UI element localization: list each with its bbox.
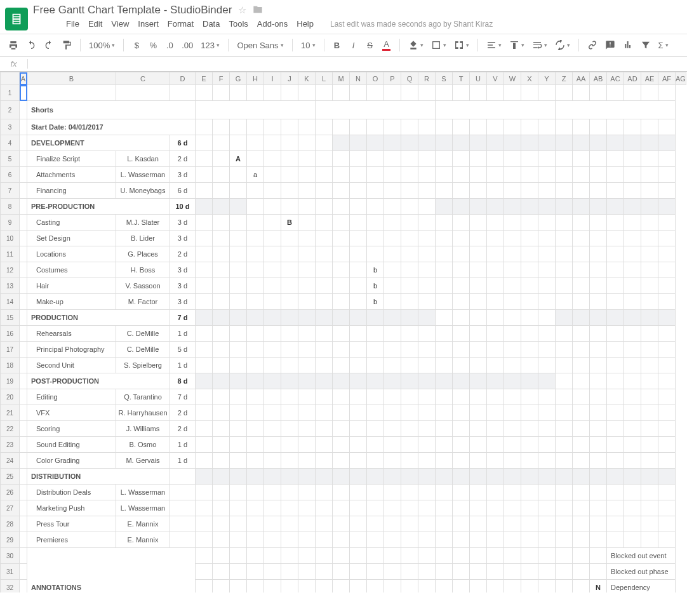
task-duration[interactable] — [170, 516, 196, 532]
gantt-cell[interactable] — [521, 342, 538, 358]
task-name[interactable]: Sound Editing — [27, 437, 116, 453]
spreadsheet-grid[interactable]: ABCDEFGHIJKLMNOPQRSTUVWXYZAAABACADAEAFAG… — [0, 72, 687, 593]
task-duration[interactable]: 3 d — [170, 167, 196, 183]
col-header-J[interactable]: J — [281, 72, 298, 85]
col-header-AG[interactable]: AG — [676, 72, 686, 85]
day-header[interactable]: T — [453, 119, 470, 135]
format-currency[interactable]: $ — [130, 38, 143, 52]
col-header-M[interactable]: M — [333, 72, 350, 85]
phase-cell[interactable] — [521, 135, 538, 151]
filter-button[interactable] — [639, 38, 653, 52]
week-header[interactable]: WEEK 3 — [436, 101, 556, 119]
document-title[interactable]: Free Gantt Chart Template - StudioBinder — [33, 4, 232, 17]
gantt-cell[interactable] — [230, 183, 247, 199]
phase-cell[interactable] — [298, 469, 316, 485]
row-header-27[interactable]: 27 — [1, 500, 20, 516]
phase-cell[interactable] — [230, 469, 247, 485]
phase-cell[interactable] — [367, 373, 384, 389]
phase-cell[interactable] — [538, 199, 556, 215]
col-header-AA[interactable]: AA — [573, 72, 590, 85]
phase-cell[interactable] — [264, 199, 281, 215]
wrap-button[interactable] — [530, 38, 549, 52]
task-owner[interactable]: M.J. Slater — [116, 215, 170, 231]
row-header-32[interactable]: 32 — [1, 580, 20, 593]
task-owner[interactable]: C. DeMille — [116, 326, 170, 342]
phase-cell[interactable] — [367, 199, 384, 215]
gantt-cell[interactable] — [658, 421, 676, 437]
row-header-8[interactable]: 8 — [1, 199, 20, 215]
task-name[interactable]: Attachments — [27, 167, 116, 183]
format-percent[interactable]: % — [147, 38, 159, 52]
phase-cell[interactable] — [333, 135, 350, 151]
gantt-cell[interactable]: b — [367, 262, 384, 278]
phase-cell[interactable] — [624, 310, 641, 326]
phase-cell[interactable] — [401, 135, 418, 151]
phase-cell[interactable] — [453, 469, 470, 485]
gantt-cell[interactable] — [470, 342, 487, 358]
task-duration[interactable]: 1 d — [170, 453, 196, 469]
phase-cell[interactable] — [350, 373, 367, 389]
phase-cell[interactable] — [521, 310, 538, 326]
gantt-cell[interactable]: A — [230, 151, 247, 167]
phase-cell[interactable] — [573, 373, 590, 389]
gantt-cell[interactable] — [658, 453, 676, 469]
col-header-N[interactable]: N — [350, 72, 367, 85]
phase-cell[interactable] — [196, 135, 213, 151]
gantt-cell[interactable]: b — [367, 278, 384, 294]
day-header[interactable]: M — [196, 119, 213, 135]
phase-cell[interactable] — [453, 199, 470, 215]
phase-cell[interactable] — [436, 469, 453, 485]
row-header-9[interactable]: 9 — [1, 215, 20, 231]
gantt-cell[interactable] — [247, 215, 264, 231]
phase-cell[interactable] — [624, 373, 641, 389]
phase-cell[interactable] — [470, 373, 487, 389]
day-header[interactable]: T — [573, 119, 590, 135]
phase-cell[interactable] — [384, 310, 401, 326]
phase-cell[interactable] — [316, 135, 333, 151]
gantt-cell[interactable] — [607, 389, 624, 405]
phase-cell[interactable] — [436, 135, 453, 151]
phase-cell[interactable] — [316, 373, 333, 389]
day-header[interactable]: W — [470, 119, 487, 135]
task-owner[interactable]: B. Osmo — [116, 437, 170, 453]
phase-cell[interactable] — [350, 469, 367, 485]
phase-cell[interactable] — [436, 310, 453, 326]
phase-cell[interactable] — [384, 199, 401, 215]
section-header[interactable]: DEVELOPMENT — [27, 135, 170, 151]
phase-cell[interactable] — [521, 199, 538, 215]
row-header-2[interactable]: 2 — [1, 101, 20, 119]
gantt-cell[interactable] — [264, 183, 281, 199]
gantt-cell[interactable] — [487, 342, 504, 358]
phase-cell[interactable] — [436, 199, 453, 215]
phase-cell[interactable] — [590, 469, 607, 485]
halign-button[interactable] — [484, 38, 504, 52]
task-name[interactable]: Principal Photography — [27, 342, 116, 358]
col-header-AF[interactable]: AF — [658, 72, 676, 85]
phase-cell[interactable] — [556, 135, 573, 151]
phase-cell[interactable] — [316, 469, 333, 485]
valign-button[interactable] — [507, 38, 526, 52]
task-owner[interactable]: M. Factor — [116, 294, 170, 310]
phase-cell[interactable] — [504, 310, 521, 326]
phase-cell[interactable] — [487, 373, 504, 389]
link-button[interactable] — [585, 38, 599, 52]
phase-cell[interactable] — [453, 135, 470, 151]
day-header[interactable]: W — [590, 119, 607, 135]
task-owner[interactable]: V. Sassoon — [116, 278, 170, 294]
chart-button[interactable] — [621, 38, 635, 52]
menu-file[interactable]: File — [66, 19, 79, 29]
gantt-cell[interactable] — [384, 278, 401, 294]
row-header-18[interactable]: 18 — [1, 358, 20, 373]
row-header-28[interactable]: 28 — [1, 516, 20, 532]
gantt-cell[interactable] — [333, 246, 350, 262]
phase-cell[interactable] — [264, 135, 281, 151]
col-header-C[interactable]: C — [116, 72, 170, 85]
phase-cell[interactable] — [384, 373, 401, 389]
task-owner[interactable]: L. Wasserman — [116, 485, 170, 500]
task-duration[interactable]: 1 d — [170, 358, 196, 373]
gantt-cell[interactable] — [316, 183, 333, 199]
phase-cell[interactable] — [624, 199, 641, 215]
row-header-6[interactable]: 6 — [1, 167, 20, 183]
row-header-20[interactable]: 20 — [1, 389, 20, 405]
week-header[interactable]: WEEK 4 — [556, 101, 676, 119]
